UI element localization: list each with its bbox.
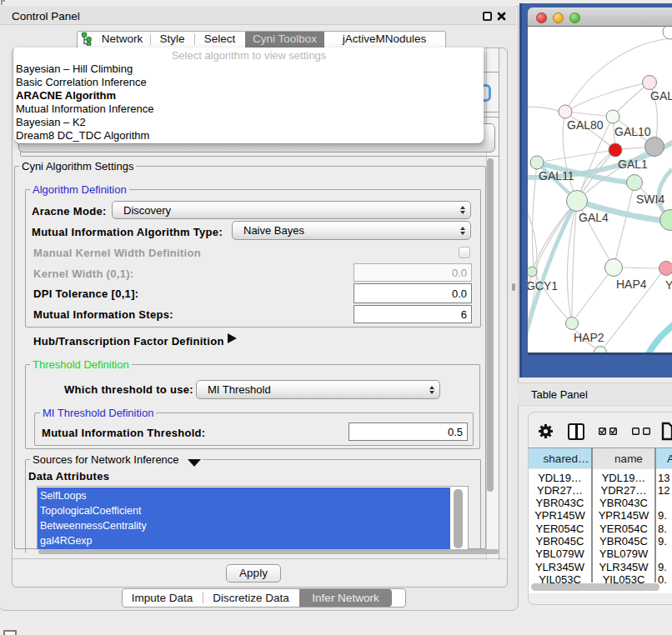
svg-text:GAL80: GAL80 [567, 118, 604, 132]
svg-text:GAL4: GAL4 [579, 211, 609, 224]
svg-text:HAP2: HAP2 [574, 331, 604, 344]
svg-text:SWI4: SWI4 [636, 192, 664, 206]
svg-text:GCY1: GCY1 [528, 279, 558, 292]
svg-text:Y: Y [665, 278, 672, 292]
svg-text:HAP4: HAP4 [616, 278, 647, 291]
svg-text:GAL10: GAL10 [614, 125, 651, 138]
svg-text:GAL11: GAL11 [539, 169, 574, 182]
svg-text:GAL7: GAL7 [650, 89, 672, 102]
svg-text:GAL1: GAL1 [618, 158, 648, 171]
